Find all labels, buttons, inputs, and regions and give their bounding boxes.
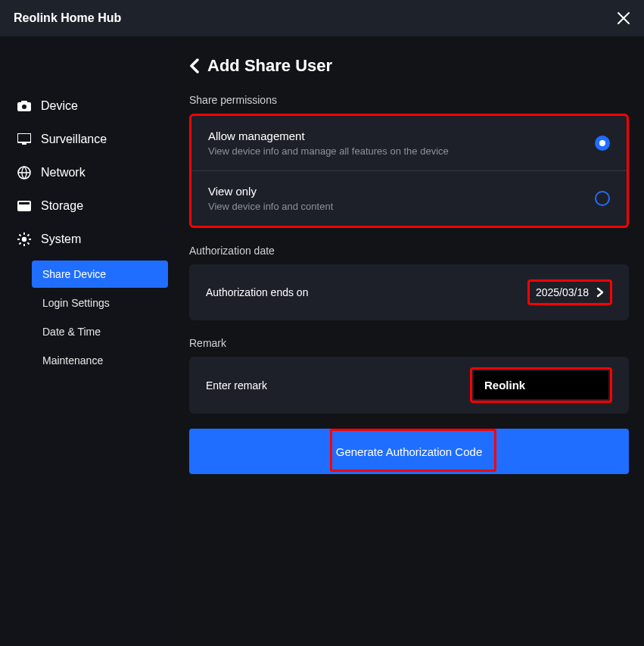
authorization-ends-label: Authorization ends on <box>206 286 308 298</box>
svg-rect-7 <box>19 202 30 204</box>
close-button[interactable] <box>617 11 630 25</box>
permission-title: Allow management <box>208 130 449 142</box>
chevron-left-icon <box>189 58 200 73</box>
generate-code-button[interactable]: Generate Authorization Code <box>189 429 629 474</box>
svg-rect-4 <box>22 143 26 145</box>
permission-view-only[interactable]: View only View device info and content <box>191 170 627 226</box>
remark-input[interactable] <box>474 371 608 399</box>
authorization-date-label: Authorization date <box>189 245 629 257</box>
sidebar-sub-system: Share Device Login Settings Date & Time … <box>0 256 174 374</box>
sidebar-sub-login-settings[interactable]: Login Settings <box>32 289 168 317</box>
monitor-icon <box>17 132 32 147</box>
sidebar-item-label: Storage <box>41 199 83 213</box>
sidebar-item-label: System <box>41 232 81 246</box>
permission-desc: View device info and content <box>208 201 333 212</box>
sidebar-item-label: Device <box>41 99 78 113</box>
svg-line-16 <box>20 242 21 244</box>
authorization-ends-row[interactable]: Authorization ends on 2025/03/18 <box>189 264 629 320</box>
radio-allow-management[interactable] <box>595 136 610 151</box>
app-title: Reolink Home Hub <box>14 11 121 25</box>
close-icon <box>617 11 630 25</box>
sidebar-item-surveillance[interactable]: Surveillance <box>0 123 174 156</box>
radio-view-only[interactable] <box>595 191 610 206</box>
authorization-card: Authorization ends on 2025/03/18 <box>189 264 629 320</box>
permissions-card: Allow management View device info and ma… <box>189 114 629 228</box>
permission-title: View only <box>208 185 333 198</box>
sidebar-item-label: Surveillance <box>41 133 107 146</box>
sidebar-sub-share-device[interactable]: Share Device <box>32 261 168 288</box>
sidebar-item-label: Network <box>41 166 86 179</box>
storage-icon <box>17 198 32 214</box>
sidebar: Device Surveillance Network Storage <box>0 36 174 646</box>
svg-line-14 <box>27 242 29 244</box>
authorization-date-picker[interactable]: 2025/03/18 <box>527 279 612 305</box>
authorization-date-value: 2025/03/18 <box>536 286 589 298</box>
svg-point-2 <box>22 105 26 109</box>
sidebar-sub-maintenance[interactable]: Maintenance <box>32 347 168 374</box>
main-panel: Add Share User Share permissions Allow m… <box>174 36 644 646</box>
back-button[interactable] <box>189 58 200 73</box>
sidebar-item-system[interactable]: System <box>0 223 174 256</box>
svg-line-15 <box>27 235 29 236</box>
chevron-right-icon <box>596 287 604 298</box>
permission-allow-management[interactable]: Allow management View device info and ma… <box>191 116 627 170</box>
sidebar-item-device[interactable]: Device <box>0 89 174 123</box>
titlebar: Reolink Home Hub <box>0 0 644 36</box>
svg-line-13 <box>20 235 21 236</box>
sidebar-item-network[interactable]: Network <box>0 156 174 189</box>
permission-desc: View device info and manage all features… <box>208 145 449 157</box>
camera-icon <box>17 98 32 114</box>
svg-rect-3 <box>17 133 31 142</box>
page-title: Add Share User <box>207 56 332 76</box>
remark-label: Remark <box>189 337 629 349</box>
sidebar-item-storage[interactable]: Storage <box>0 189 174 223</box>
globe-icon <box>17 165 32 180</box>
share-permissions-label: Share permissions <box>189 94 629 106</box>
remark-card: Enter remark <box>189 357 629 414</box>
gear-icon <box>17 232 32 247</box>
svg-point-8 <box>22 237 26 242</box>
sidebar-sub-date-time[interactable]: Date & Time <box>32 318 168 345</box>
remark-placeholder-label: Enter remark <box>206 379 267 392</box>
svg-rect-1 <box>21 101 27 103</box>
page-title-row: Add Share User <box>189 56 629 76</box>
